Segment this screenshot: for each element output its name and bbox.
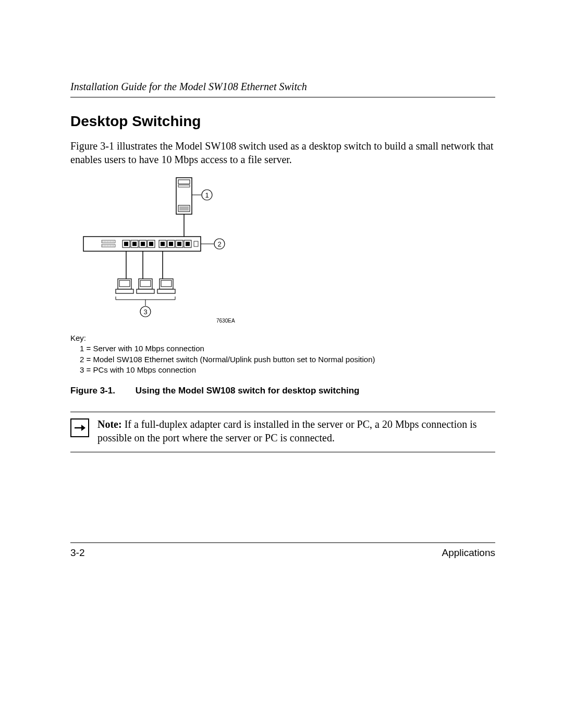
pc-icon [116, 279, 175, 293]
figure-block: 1 [70, 177, 495, 396]
note-block: Note: If a full-duplex adapter card is i… [70, 412, 495, 452]
callout-1-label: 1 [205, 191, 209, 199]
key-item: 1 = Server with 10 Mbps connection [70, 343, 495, 354]
svg-rect-43 [177, 242, 181, 246]
svg-rect-40 [149, 242, 153, 246]
document-page: Installation Guide for the Model SW108 E… [0, 0, 563, 728]
key-item: 2 = Model SW108 Ethernet switch (Normal/… [70, 354, 495, 365]
callout-3-label: 3 [143, 308, 147, 316]
svg-rect-58 [157, 289, 175, 293]
figure-label: Figure 3-1. [70, 386, 133, 396]
diagram-code: 7630EA [216, 318, 235, 324]
note-body: If a full-duplex adapter card is install… [97, 418, 477, 443]
note-label: Note: [97, 418, 122, 430]
svg-rect-54 [140, 280, 151, 287]
footer-section: Applications [442, 547, 495, 559]
key-label: Key: [70, 333, 495, 343]
svg-rect-55 [137, 289, 154, 293]
key-item: 3 = PCs with 10 Mbps connection [70, 365, 495, 375]
figure-caption: Figure 3-1. Using the Model SW108 switch… [70, 386, 495, 396]
arrow-icon [70, 418, 89, 437]
svg-rect-37 [124, 242, 128, 246]
figure-key: Key: 1 = Server with 10 Mbps connection … [70, 333, 495, 375]
intro-paragraph: Figure 3-1 illustrates the Model SW108 s… [70, 139, 495, 166]
server-icon [176, 178, 192, 214]
svg-rect-57 [161, 280, 172, 287]
svg-rect-3 [178, 205, 190, 212]
note-text: Note: If a full-duplex adapter card is i… [97, 417, 495, 445]
svg-marker-61 [81, 425, 85, 431]
svg-rect-51 [119, 280, 130, 287]
callout-2-label: 2 [217, 240, 221, 248]
svg-rect-2 [178, 185, 190, 187]
network-diagram: 1 [78, 177, 250, 328]
page-footer: 3-2 Applications [70, 542, 495, 559]
svg-rect-45 [194, 241, 198, 246]
svg-rect-1 [178, 180, 190, 184]
switch-icon [83, 237, 201, 251]
svg-rect-39 [141, 242, 145, 246]
svg-rect-41 [161, 242, 165, 246]
svg-rect-38 [132, 242, 137, 246]
svg-rect-42 [169, 242, 173, 246]
section-title: Desktop Switching [70, 113, 495, 130]
svg-rect-52 [116, 289, 133, 293]
page-number: 3-2 [70, 547, 84, 559]
running-header: Installation Guide for the Model SW108 E… [70, 81, 495, 97]
figure-caption-text: Using the Model SW108 switch for desktop… [136, 386, 360, 396]
svg-rect-44 [186, 242, 190, 246]
